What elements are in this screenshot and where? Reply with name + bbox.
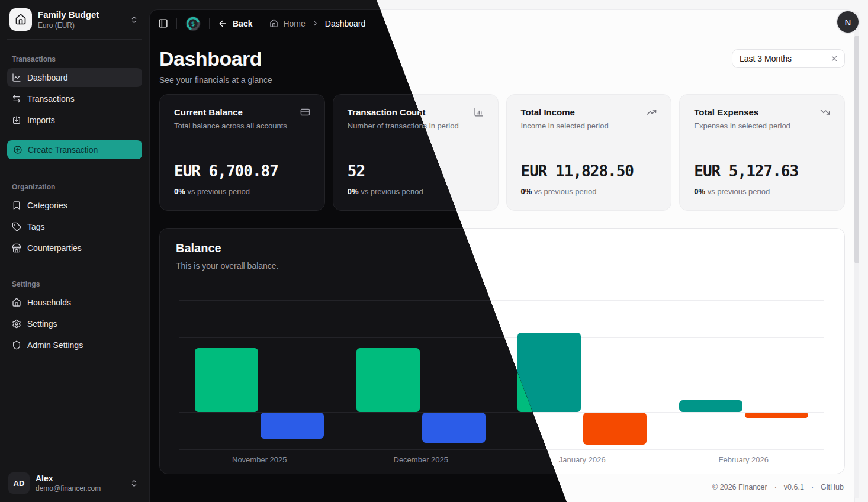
income-bar [356,348,420,413]
x-axis-label: February 2026 [663,455,825,464]
card-subtitle: Total balance across all accounts [174,121,310,130]
screenshot-stage: Family Budget Euro (EUR) Transactions Da… [0,0,868,502]
back-button[interactable]: Back [218,19,252,28]
sidebar-item-settings[interactable]: Settings [7,314,142,333]
chart-column-icon [474,107,484,117]
circle-plus-icon [13,145,22,155]
sidebar-item-label: Dashboard [27,73,68,82]
sidebar-item-categories[interactable]: Categories [7,196,142,215]
sidebar-item-admin-settings[interactable]: Admin Settings [7,336,142,355]
breadcrumb: Home Dashboard [269,19,365,28]
user-name: Alex [36,474,124,484]
card-value: EUR 11,828.50 [521,162,634,180]
sidebar-item-households[interactable]: Households [7,293,142,312]
user-email: demo@financer.com [36,484,124,493]
arrow-left-right-icon [12,94,21,104]
github-link[interactable]: GitHub [821,483,844,491]
card-title: Transaction Count [348,107,426,117]
close-icon[interactable] [830,54,838,63]
user-menu-avatar[interactable]: N [837,11,859,33]
card-header: Total Expenses [694,107,830,117]
card-change: 0% vs previous period [521,187,597,196]
house-icon [15,14,27,25]
sidebar-toggle-button[interactable] [158,18,168,28]
copyright-text: © 2026 Financer [712,483,767,491]
card-title: Total Expenses [694,107,758,117]
date-range-filter-chip[interactable]: Last 3 Months [732,49,845,68]
breadcrumb-home-label: Home [283,19,305,28]
footer-dot: · [811,483,814,491]
footer-dot: · [774,483,777,491]
workspace-switcher[interactable]: Family Budget Euro (EUR) [7,6,142,38]
workspace-name: Family Budget [38,9,124,20]
house-icon [269,19,278,28]
breadcrumb-current: Dashboard [325,19,366,28]
card-change: 0% vs previous period [348,187,423,196]
expense-bar [261,413,324,439]
breadcrumb-home[interactable]: Home [269,19,305,28]
financer-logo-icon: $ [185,16,201,31]
income-bar [195,348,258,413]
stat-card-total-expenses: Total Expenses Expenses in selected peri… [679,94,845,211]
tag-icon [12,222,21,231]
card-change: 0% vs previous period [694,187,770,196]
sidebar-item-label: Settings [27,319,57,329]
card-header: Total Income [521,107,657,117]
panel-left-icon [158,18,168,28]
change-percent: 0% [521,187,532,196]
scrollbar-track[interactable] [854,12,859,498]
version-text: v0.6.1 [784,483,804,491]
chevrons-up-down-icon [130,479,139,488]
sidebar-item-dashboard[interactable]: Dashboard [7,68,142,87]
chevrons-up-down-icon [130,15,139,24]
chart-line-icon [12,73,21,82]
change-percent: 0% [348,187,359,196]
change-note: vs previous period [708,187,770,196]
trending-up-icon [647,107,657,117]
sidebar-item-label: Admin Settings [27,340,83,350]
expense-bar [745,413,808,418]
user-menu[interactable]: AD Alex demo@financer.com [7,466,142,495]
gear-icon [12,319,21,329]
svg-text:$: $ [191,20,195,28]
import-icon [12,115,21,125]
sidebar-item-counterparties[interactable]: Counterparties [7,239,142,258]
x-axis-label: December 2025 [340,455,502,464]
workspace-avatar [9,8,32,31]
sidebar-divider [7,39,142,40]
card-title: Total Income [521,107,575,117]
bookmark-icon [12,201,21,210]
chevron-right-icon [311,20,319,27]
sidebar-item-transactions[interactable]: Transactions [7,89,142,108]
topbar-separator [209,18,210,29]
sidebar-item-tags[interactable]: Tags [7,217,142,236]
arrow-left-icon [218,19,227,28]
income-bar [679,400,742,412]
sidebar-item-label: Categories [27,201,67,210]
sidebar-item-label: Households [27,298,71,307]
expense-bar [422,413,486,442]
credit-card-icon [300,107,310,117]
sidebar-item-label: Counterparties [27,243,82,253]
x-axis-label: November 2025 [179,455,340,464]
date-range-label: Last 3 Months [740,54,792,63]
card-value: EUR 5,127.63 [694,162,798,180]
workspace-info: Family Budget Euro (EUR) [38,9,124,30]
create-transaction-button[interactable]: Create Transaction [7,140,142,159]
workspace-currency: Euro (EUR) [38,21,124,30]
expense-bar [583,413,647,445]
back-label: Back [233,19,252,28]
scrollbar-thumb[interactable] [854,36,859,263]
sidebar-item-imports[interactable]: Imports [7,111,142,130]
change-percent: 0% [694,187,705,196]
sidebar-footer: AD Alex demo@financer.com [7,464,142,495]
card-change: 0% vs previous period [174,187,250,196]
stat-card-current-balance: Current Balance Total balance across all… [159,94,325,211]
change-note: vs previous period [187,187,250,196]
card-subtitle: Income in selected period [521,121,657,130]
sidebar-item-label: Tags [27,222,45,231]
page-subtitle: See your financials at a glance [159,75,272,85]
house-icon [12,298,21,307]
topbar-separator [261,18,261,29]
section-label-transactions: Transactions [7,55,142,63]
